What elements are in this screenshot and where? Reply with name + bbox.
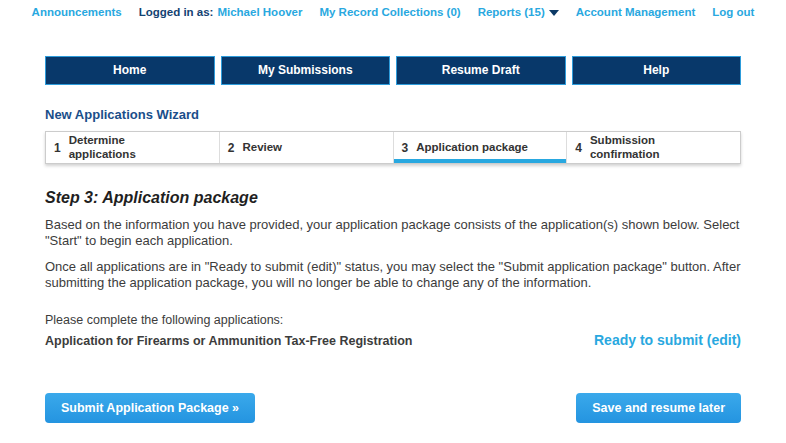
intro-paragraph: Based on the information you have provid… xyxy=(45,217,741,250)
logged-in-status: Logged in as: Michael Hoover xyxy=(139,6,303,18)
announcements-link[interactable]: Announcements xyxy=(32,6,122,18)
step-label: Application package xyxy=(416,141,528,154)
wizard-step-1-determine-applications[interactable]: 1 Determine applications xyxy=(46,132,219,163)
wizard-title: New Applications Wizard xyxy=(45,107,741,122)
chevron-down-icon xyxy=(549,10,559,16)
reports-link[interactable]: Reports (15) xyxy=(478,6,545,18)
nav-tab-home[interactable]: Home xyxy=(45,56,215,85)
step-label: Submission confirmation xyxy=(590,134,708,160)
instructions-paragraph: Once all applications are in "Ready to s… xyxy=(45,259,741,292)
nav-tab-my-submissions[interactable]: My Submissions xyxy=(221,56,391,85)
account-management-link[interactable]: Account Management xyxy=(576,6,696,18)
nav-tab-resume-draft[interactable]: Resume Draft xyxy=(396,56,566,85)
user-name: Michael Hoover xyxy=(217,6,302,18)
step-label: Review xyxy=(242,141,282,154)
nav-tab-help[interactable]: Help xyxy=(572,56,742,85)
logout-link[interactable]: Log out xyxy=(712,6,754,18)
save-and-resume-later-button[interactable]: Save and resume later xyxy=(576,393,741,423)
step-number: 2 xyxy=(228,141,235,155)
wizard-step-3-application-package[interactable]: 3 Application package xyxy=(393,132,567,163)
action-buttons-row: Submit Application Package » Save and re… xyxy=(45,393,741,423)
ready-to-submit-edit-link[interactable]: Ready to submit (edit) xyxy=(594,332,741,348)
page-title: Step 3: Application package xyxy=(45,189,741,207)
step-number: 1 xyxy=(54,141,61,155)
main-nav: Home My Submissions Resume Draft Help xyxy=(45,56,741,85)
complete-applications-label: Please complete the following applicatio… xyxy=(45,313,741,327)
step-number: 3 xyxy=(402,141,409,155)
step-number: 4 xyxy=(575,141,582,155)
logged-in-label: Logged in as: xyxy=(139,6,214,18)
application-row: Application for Firearms or Ammunition T… xyxy=(45,332,741,348)
top-utility-bar: Announcements Logged in as: Michael Hoov… xyxy=(0,0,786,18)
reports-menu[interactable]: Reports (15) xyxy=(478,6,559,18)
wizard-step-2-review[interactable]: 2 Review xyxy=(219,132,393,163)
wizard-step-bar: 1 Determine applications 2 Review 3 Appl… xyxy=(45,131,741,164)
application-name: Application for Firearms or Ammunition T… xyxy=(45,334,412,348)
submit-application-package-button[interactable]: Submit Application Package » xyxy=(45,393,255,423)
wizard-step-4-submission-confirmation[interactable]: 4 Submission confirmation xyxy=(566,132,740,163)
record-collections-link[interactable]: My Record Collections (0) xyxy=(319,6,460,18)
step-label: Determine applications xyxy=(69,134,187,160)
